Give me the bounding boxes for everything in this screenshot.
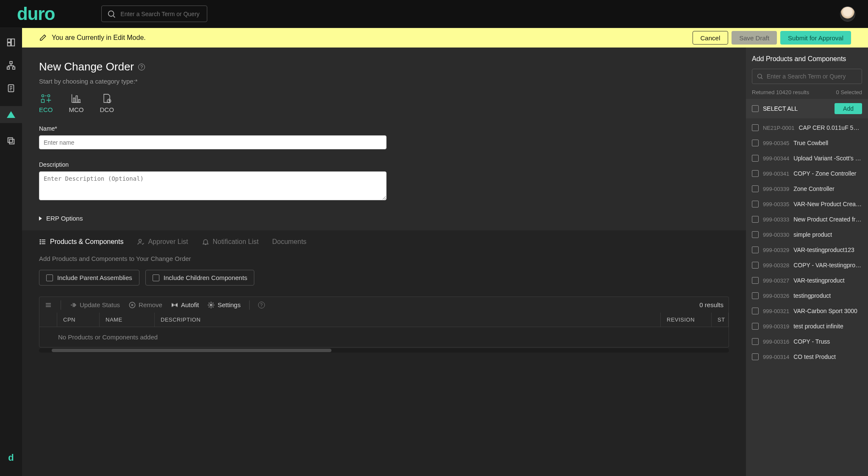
chip-children-label: Include Children Components xyxy=(164,274,248,281)
nav-hierarchy-icon[interactable] xyxy=(6,60,16,70)
rp-result-row[interactable]: 999-00319test product infinite xyxy=(752,319,862,334)
result-checkbox[interactable] xyxy=(752,201,759,207)
select-all-checkbox[interactable] xyxy=(752,105,759,112)
tab-products-components[interactable]: Products & Components xyxy=(39,238,123,246)
result-code: 999-00335 xyxy=(763,201,789,207)
rp-result-row[interactable]: NE21P-0001CAP CER 0.011uF 50V … xyxy=(752,120,862,135)
settings-action[interactable]: Settings xyxy=(207,301,240,309)
rp-result-row[interactable]: 999-00335VAR-New Product Create… xyxy=(752,196,862,212)
horizontal-scrollbar[interactable] xyxy=(39,348,729,353)
menu-icon[interactable] xyxy=(45,301,52,309)
save-draft-button[interactable]: Save Draft xyxy=(732,31,777,45)
rp-result-row[interactable]: 999-00314CO test Product xyxy=(752,349,862,364)
help-icon[interactable]: ? xyxy=(138,64,145,70)
description-input[interactable] xyxy=(39,171,387,200)
result-checkbox[interactable] xyxy=(752,246,759,253)
cancel-button[interactable]: Cancel xyxy=(693,31,729,45)
result-checkbox[interactable] xyxy=(752,185,759,192)
rp-result-row[interactable]: 999-00330simple product xyxy=(752,227,862,242)
category-dco[interactable]: DCO xyxy=(100,92,114,113)
col-name[interactable]: NAME xyxy=(100,313,155,327)
nav-changeorder-active[interactable] xyxy=(0,106,22,123)
rp-result-row[interactable]: 999-00327VAR-testingproduct xyxy=(752,273,862,288)
rp-result-row[interactable]: 999-00341COPY - Zone Controller xyxy=(752,166,862,181)
col-cpn[interactable]: CPN xyxy=(57,313,100,327)
nav-document-icon[interactable] xyxy=(6,83,16,93)
tab-notification-list[interactable]: Notification List xyxy=(202,238,259,246)
name-input[interactable] xyxy=(39,135,387,149)
result-checkbox[interactable] xyxy=(752,231,759,238)
include-children-components[interactable]: Include Children Components xyxy=(145,270,255,286)
tab-documents[interactable]: Documents xyxy=(272,238,306,246)
rp-search-input[interactable] xyxy=(767,73,857,80)
result-checkbox[interactable] xyxy=(752,292,759,299)
result-name: VAR-New Product Create… xyxy=(793,201,862,207)
result-checkbox[interactable] xyxy=(752,216,759,223)
banner-message: You are Currently in Edit Mode. xyxy=(52,34,146,42)
rp-result-row[interactable]: 999-00328COPY - VAR-testingproduct xyxy=(752,258,862,273)
rp-result-row[interactable]: 999-00329VAR-testingproduct123 xyxy=(752,242,862,258)
result-code: 999-00314 xyxy=(763,354,789,360)
col-description[interactable]: DESCRIPTION xyxy=(155,313,661,327)
avatar[interactable] xyxy=(840,6,855,22)
products-components-section: Products & Components Approver List Noti… xyxy=(22,230,746,476)
rp-search[interactable] xyxy=(752,69,862,84)
tab-approver-list[interactable]: Approver List xyxy=(137,238,188,246)
tab-products-label: Products & Components xyxy=(50,238,123,246)
svg-point-14 xyxy=(42,95,44,97)
result-checkbox[interactable] xyxy=(752,323,759,330)
search-icon xyxy=(757,73,763,80)
result-checkbox[interactable] xyxy=(752,170,759,177)
submit-approval-button[interactable]: Submit for Approval xyxy=(780,31,851,45)
bell-icon xyxy=(202,238,209,246)
svg-line-1 xyxy=(114,16,115,17)
svg-rect-5 xyxy=(10,62,12,64)
result-code: 999-00326 xyxy=(763,293,789,299)
global-search[interactable] xyxy=(101,6,207,22)
rp-title: Add Products and Components xyxy=(752,55,862,63)
result-code: 999-00330 xyxy=(763,232,789,238)
add-products-hint: Add Products and Components to Your Chan… xyxy=(39,255,729,262)
erp-options-toggle[interactable]: ERP Options xyxy=(39,215,729,222)
category-mco[interactable]: MCO xyxy=(69,92,84,113)
result-checkbox[interactable] xyxy=(752,353,759,360)
svg-rect-21 xyxy=(78,100,80,103)
svg-rect-4 xyxy=(8,43,11,46)
update-status-action[interactable]: Update Status xyxy=(70,301,120,309)
remove-label: Remove xyxy=(139,301,162,308)
result-checkbox[interactable] xyxy=(752,262,759,269)
svg-point-15 xyxy=(48,95,50,97)
autofit-action[interactable]: Autofit xyxy=(171,301,199,309)
result-checkbox[interactable] xyxy=(752,277,759,284)
result-checkbox[interactable] xyxy=(752,338,759,345)
rp-result-row[interactable]: 999-00326testingproduct xyxy=(752,288,862,303)
include-parent-assemblies[interactable]: Include Parent Assemblies xyxy=(39,270,139,286)
category-eco[interactable]: ECO xyxy=(39,92,53,113)
col-revision[interactable]: REVISION xyxy=(661,313,712,327)
result-checkbox[interactable] xyxy=(752,308,759,314)
rp-result-row[interactable]: 999-00344Upload Variant -Scott's C… xyxy=(752,151,862,166)
grid-help-icon[interactable]: ? xyxy=(258,302,265,308)
scrollbar-thumb[interactable] xyxy=(52,349,331,352)
result-name: New Product Created fro… xyxy=(793,216,862,223)
result-code: 999-00321 xyxy=(763,308,789,314)
rp-result-row[interactable]: 999-00345True Cowbell xyxy=(752,135,862,151)
result-name: COPY - Truss xyxy=(793,338,830,345)
result-code: 999-00333 xyxy=(763,216,789,223)
rp-add-button[interactable]: Add xyxy=(835,103,862,114)
result-checkbox[interactable] xyxy=(752,155,759,162)
rp-result-row[interactable]: 999-00316COPY - Truss xyxy=(752,334,862,349)
autofit-label: Autofit xyxy=(181,301,199,308)
svg-line-41 xyxy=(761,78,762,79)
nav-dashboard-icon[interactable] xyxy=(6,37,16,48)
category-mco-label: MCO xyxy=(69,106,84,113)
col-status[interactable]: ST xyxy=(712,313,729,327)
global-search-input[interactable] xyxy=(120,11,202,17)
remove-action[interactable]: Remove xyxy=(128,301,162,309)
result-checkbox[interactable] xyxy=(752,124,759,131)
result-checkbox[interactable] xyxy=(752,140,759,146)
rp-result-row[interactable]: 999-00339Zone Controller xyxy=(752,181,862,196)
nav-stack-icon[interactable] xyxy=(6,136,16,146)
rp-result-row[interactable]: 999-00321VAR-Carbon Sport 3000 xyxy=(752,303,862,319)
rp-result-row[interactable]: 999-00333New Product Created fro… xyxy=(752,212,862,227)
